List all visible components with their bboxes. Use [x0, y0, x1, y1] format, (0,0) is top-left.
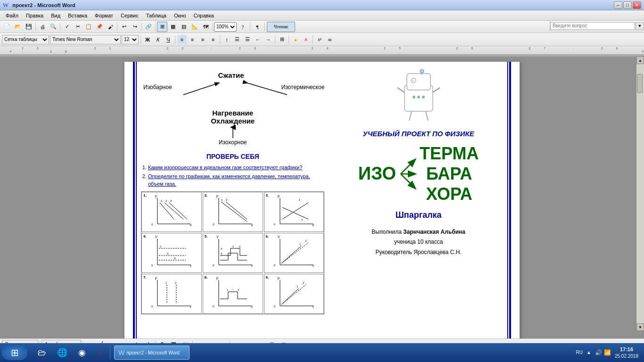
menu-help[interactable]: Справка: [190, 12, 217, 19]
highlight-button[interactable]: ▲: [291, 35, 300, 44]
svg-text:0: 0: [273, 305, 275, 308]
svg-line-58: [281, 246, 301, 263]
search-button[interactable]: ▼: [636, 22, 644, 30]
svg-text:T: T: [251, 305, 253, 309]
vertical-scrollbar[interactable]: ▲ ▼: [636, 57, 644, 331]
italic-button[interactable]: К: [153, 35, 163, 44]
taskbar-ie-button[interactable]: 🌐: [53, 346, 71, 360]
scroll-thumb[interactable]: [637, 74, 643, 93]
page-border-right: [509, 62, 511, 338]
menu-format[interactable]: Формат: [91, 12, 117, 19]
spellcheck-button[interactable]: ✓: [62, 22, 72, 32]
search-input[interactable]: [550, 22, 635, 30]
align-left-button[interactable]: ≡: [177, 35, 187, 44]
new-button[interactable]: 📄: [2, 22, 12, 32]
menu-table[interactable]: Таблица: [142, 12, 170, 19]
svg-text:p: p: [277, 276, 279, 280]
cut-button[interactable]: ✂: [73, 22, 83, 32]
separator: [212, 23, 213, 31]
underline-button[interactable]: Ч: [164, 35, 173, 44]
quick-launch-bar: 🗁 🌐 ◉ ○: [30, 346, 110, 360]
svg-text:1: 1: [299, 243, 301, 246]
menu-service[interactable]: Сервис: [117, 12, 142, 19]
print-button[interactable]: 🖨: [37, 22, 48, 32]
font-select[interactable]: Times New Roman: [50, 35, 121, 44]
font-size-select[interactable]: 12: [122, 35, 139, 44]
minimize-button[interactable]: ─: [614, 1, 622, 9]
taskbar-lang: RU: [576, 350, 583, 355]
line-spacing-button[interactable]: ↕: [222, 35, 231, 44]
bullets-button[interactable]: ☰: [232, 35, 242, 44]
bold-button[interactable]: Ж: [143, 35, 152, 44]
taskbar-chrome-button[interactable]: ◉: [74, 346, 90, 360]
numbering-button[interactable]: ☰: [243, 35, 252, 44]
svg-text:2: 2: [301, 218, 303, 221]
align-right-button[interactable]: ≡: [198, 35, 207, 44]
svg-point-100: [422, 96, 425, 99]
standard-toolbar: 📄 📂 💾 🖨 🔍 ✓ ✂ 📋 📌 🖌 ↩ ↪ 🔗 ⊞ ▦ ▤ 📐 🗺 100%…: [0, 21, 644, 33]
align-center-button[interactable]: ≡: [188, 35, 197, 44]
insert-table-button[interactable]: ▦: [168, 22, 178, 32]
ruler-content: ◂ 1 · 2 · 3 · 4 · 5 · 6 · 7 · 8 · 9 · 10…: [0, 46, 644, 53]
open-button[interactable]: 📂: [13, 22, 23, 32]
svg-text:3: 3: [174, 257, 176, 260]
zoom-select[interactable]: 100%: [214, 22, 237, 32]
doc-map-button[interactable]: 🗺: [200, 22, 211, 32]
taskbar-word-button[interactable]: W проект2 - Microsoft Word: [114, 346, 190, 360]
print-preview-button[interactable]: 🔍: [48, 22, 58, 32]
menu-window[interactable]: Окно: [170, 12, 190, 19]
separator: [35, 23, 36, 31]
graph-svg-9: p T 0 1 2: [265, 275, 323, 311]
reading-mode-button[interactable]: Чтение: [267, 22, 295, 32]
svg-text:4: 4: [238, 288, 239, 291]
style-select[interactable]: Сетка таблицы: [2, 35, 49, 44]
menu-insert[interactable]: Вставка: [64, 12, 91, 19]
increase-indent-button[interactable]: →: [264, 35, 273, 44]
izo-text: ИЗО: [358, 164, 396, 184]
svg-text:4: 4: [221, 247, 223, 250]
teacher-label: Руководитель Ярославцева С.Н.: [375, 249, 461, 255]
save-button[interactable]: 💾: [24, 22, 34, 32]
graph-svg-7: p T 0 1 2: [143, 275, 200, 311]
close-button[interactable]: ✕: [633, 1, 641, 9]
graph-num-1: 1.: [143, 193, 147, 197]
scroll-down-button[interactable]: ▼: [636, 323, 644, 331]
maximize-button[interactable]: □: [623, 1, 632, 9]
format-painter-button[interactable]: 🖌: [105, 22, 116, 32]
graph-1: 1. p V 0: [141, 192, 202, 232]
taskbar-explorer-button[interactable]: 🗁: [34, 346, 50, 360]
taskbar-opera-button[interactable]: ○: [93, 346, 108, 360]
menu-view[interactable]: Вид: [47, 12, 64, 19]
superscript-button[interactable]: x²: [315, 35, 324, 44]
svg-text:0: 0: [151, 305, 153, 308]
start-button[interactable]: ⊞: [2, 345, 27, 360]
align-justify-button[interactable]: ≡: [208, 35, 218, 44]
hyperlink-button[interactable]: 🔗: [143, 22, 154, 32]
taskbar-right: RU ▲ 🔊 📶 17:16 25.02.2018: [576, 346, 642, 359]
svg-text:2: 2: [305, 239, 306, 242]
svg-line-94: [433, 88, 440, 92]
columns-button[interactable]: ▤: [179, 22, 189, 32]
scroll-up-button[interactable]: ▲: [636, 57, 644, 64]
svg-text:0: 0: [151, 264, 153, 267]
subscript-button[interactable]: x₂: [325, 35, 335, 44]
page-content: Сжатие Изобарное Изотермическое: [141, 66, 503, 338]
drawing-button[interactable]: 📐: [190, 22, 200, 32]
menu-file[interactable]: Файл: [2, 12, 22, 19]
svg-text:0: 0: [151, 223, 153, 226]
svg-text:3: 3: [170, 199, 172, 202]
graph-num-6: 6.: [266, 234, 269, 239]
redo-button[interactable]: ↪: [130, 22, 140, 32]
font-color-button[interactable]: A: [301, 35, 311, 44]
paragraph-button[interactable]: ¶: [252, 22, 263, 32]
copy-button[interactable]: 📋: [83, 22, 94, 32]
paste-button[interactable]: 📌: [94, 22, 105, 32]
borders-button[interactable]: ⊞: [277, 35, 287, 44]
decrease-indent-button[interactable]: ←: [253, 35, 263, 44]
hora-text: ХОРА: [420, 184, 479, 204]
scroll-track[interactable]: [637, 65, 644, 323]
table-button[interactable]: ⊞: [157, 22, 167, 32]
undo-button[interactable]: ↩: [119, 22, 129, 32]
menu-edit[interactable]: Правка: [22, 12, 47, 19]
help-button[interactable]: ?: [238, 22, 248, 32]
